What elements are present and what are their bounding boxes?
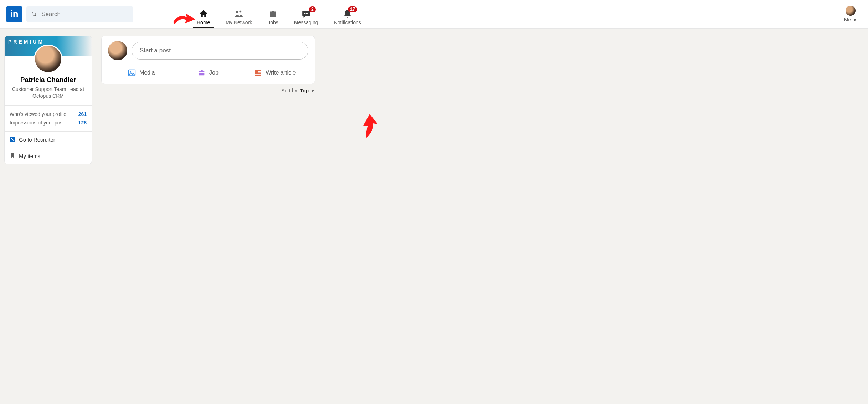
svg-point-7 xyxy=(130,71,131,72)
svg-point-1 xyxy=(240,11,242,13)
nav-me[interactable]: Me ▼ xyxy=(844,6,857,22)
svg-rect-10 xyxy=(258,72,261,72)
nav-notifications[interactable]: 17 Notifications xyxy=(326,0,369,28)
nav-jobs[interactable]: Jobs xyxy=(260,0,286,28)
stat-label: Who's viewed your profile xyxy=(10,111,66,117)
home-icon xyxy=(199,9,208,19)
nav-network-label: My Network xyxy=(226,20,252,25)
search-box[interactable] xyxy=(26,6,133,22)
people-icon xyxy=(234,9,243,19)
stat-profile-views[interactable]: Who's viewed your profile 261 xyxy=(10,110,87,118)
me-nav-area: Me ▼ xyxy=(841,0,861,28)
post-avatar[interactable] xyxy=(108,41,127,60)
start-post-button[interactable]: Start a post xyxy=(132,42,308,60)
nav-messaging[interactable]: 2 Messaging xyxy=(286,0,326,28)
svg-rect-11 xyxy=(255,73,261,74)
nav-notifications-label: Notifications xyxy=(334,20,361,25)
nav-jobs-label: Jobs xyxy=(268,20,278,25)
svg-point-4 xyxy=(307,13,308,14)
nav-network[interactable]: My Network xyxy=(218,0,260,28)
profile-avatar[interactable] xyxy=(34,45,62,73)
article-icon xyxy=(254,69,262,77)
stat-value: 261 xyxy=(78,111,87,117)
svg-rect-12 xyxy=(255,75,261,76)
svg-point-2 xyxy=(304,13,305,14)
profile-card: PREMIUM Patricia Chandler Customer Suppo… xyxy=(4,36,92,164)
page-body: PREMIUM Patricia Chandler Customer Suppo… xyxy=(0,29,868,404)
feed-sort: Sort by: Top ▼ xyxy=(101,88,315,93)
annotation-arrow-article xyxy=(357,112,382,144)
notifications-badge: 17 xyxy=(348,6,357,12)
sort-dropdown[interactable]: Sort by: Top ▼ xyxy=(281,88,315,93)
start-post-card: Start a post Media Job Write article xyxy=(101,36,315,84)
go-to-recruiter[interactable]: Go to Recruiter xyxy=(5,131,92,148)
profile-name[interactable]: Patricia Chandler xyxy=(9,76,87,84)
recruiter-icon xyxy=(10,137,15,142)
stat-label: Impressions of your post xyxy=(10,120,64,126)
search-icon xyxy=(31,11,37,17)
messaging-badge: 2 xyxy=(309,6,316,12)
recruiter-label: Go to Recruiter xyxy=(19,137,55,143)
bookmark-icon xyxy=(10,153,15,159)
left-sidebar: PREMIUM Patricia Chandler Customer Suppo… xyxy=(4,36,92,390)
premium-badge: PREMIUM xyxy=(8,39,44,45)
avatar xyxy=(846,6,856,16)
main-feed: Start a post Media Job Write article xyxy=(101,36,315,390)
stat-value: 128 xyxy=(78,120,87,126)
post-article-button[interactable]: Write article xyxy=(242,65,308,81)
post-media-button[interactable]: Media xyxy=(108,65,175,81)
nav-me-label: Me ▼ xyxy=(844,17,857,22)
chevron-down-icon: ▼ xyxy=(310,88,315,93)
primary-nav: Home My Network Jobs 2 Messaging 17 Noti… xyxy=(189,0,369,28)
post-media-label: Media xyxy=(139,70,155,76)
svg-point-0 xyxy=(236,11,239,13)
top-nav: in Home My Network Jobs 2 Messaging xyxy=(0,0,868,29)
linkedin-logo[interactable]: in xyxy=(6,6,22,22)
svg-point-3 xyxy=(305,13,307,14)
briefcase-icon xyxy=(268,9,278,19)
my-items-label: My items xyxy=(19,153,40,159)
my-items[interactable]: My items xyxy=(5,148,92,164)
image-icon xyxy=(128,69,136,77)
divider xyxy=(101,91,277,91)
post-article-label: Write article xyxy=(266,70,296,76)
post-actions: Media Job Write article xyxy=(108,65,308,81)
post-job-button[interactable]: Job xyxy=(175,65,241,81)
sort-value: Top xyxy=(300,88,309,93)
nav-messaging-label: Messaging xyxy=(294,20,318,25)
profile-headline: Customer Support Team Lead at Octopus CR… xyxy=(9,86,87,99)
stat-impressions[interactable]: Impressions of your post 128 xyxy=(10,118,87,127)
profile-stats: Who's viewed your profile 261 Impression… xyxy=(5,105,92,131)
nav-home[interactable]: Home xyxy=(189,0,218,28)
post-job-label: Job xyxy=(209,70,219,76)
svg-rect-9 xyxy=(258,70,261,71)
svg-rect-8 xyxy=(255,70,258,73)
sort-prefix: Sort by: xyxy=(281,88,298,93)
job-icon xyxy=(198,69,206,77)
nav-home-label: Home xyxy=(197,20,210,25)
search-input[interactable] xyxy=(41,11,128,18)
